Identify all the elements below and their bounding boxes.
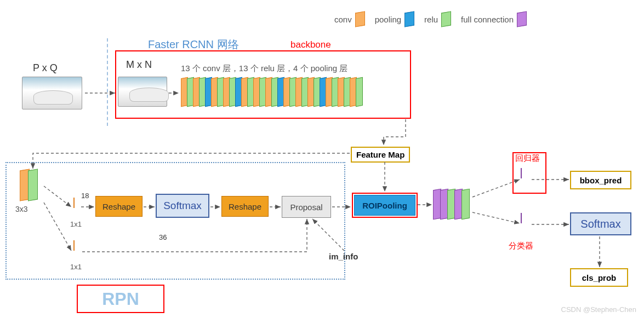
rpn-36-label: 36: [159, 233, 167, 241]
separator: [107, 38, 108, 126]
relu-icon: [441, 11, 451, 27]
fc-icon: [517, 11, 527, 27]
input-mn-label: M x N: [126, 59, 152, 71]
input-pq-label: P x Q: [33, 62, 58, 74]
cls-prob-node: cls_prob: [570, 268, 628, 287]
watermark: CSDN @Stephen-Chen: [561, 305, 636, 314]
legend-relu-label: relu: [424, 15, 438, 24]
rpn-1x1-reg-block: [73, 241, 75, 251]
bbox-pred-node: bbox_pred: [570, 171, 631, 189]
rpn-1x1-cls-label: 1x1: [70, 220, 82, 228]
im-info-label: im_info: [329, 252, 358, 261]
legend-fc-label: full connection: [461, 15, 514, 24]
rpn-label: RPN: [77, 285, 164, 313]
rpn-3x3-label: 3x3: [15, 205, 28, 213]
reshape2-node: Reshape: [221, 196, 269, 217]
rpn-box: [5, 162, 345, 280]
feature-map-node: Feature Map: [351, 147, 410, 163]
roipool-node: ROIPooling: [354, 195, 415, 216]
backbone-desc: 13 个 conv 层，13 个 relu 层，4 个 pooling 层: [181, 63, 347, 74]
diagram-title: Faster RCNN 网络: [148, 37, 239, 52]
backbone-label: backbone: [290, 39, 331, 50]
classifier-label: 分类器: [509, 241, 533, 251]
fc-stack: [433, 189, 469, 219]
rpn-1x1-cls-block: [73, 198, 75, 208]
reshape1-node: Reshape: [95, 196, 143, 217]
input-image-mn: [118, 77, 167, 107]
rpn-3x3-block: [20, 170, 36, 200]
head-softmax-node: Softmax: [570, 212, 631, 235]
backbone-layers: [181, 78, 362, 106]
pooling-icon: [404, 11, 414, 27]
regressor-fc: [521, 169, 522, 178]
rpn-1x1-reg-label: 1x1: [70, 263, 82, 271]
legend: conv pooling relu full connection: [334, 12, 527, 26]
legend-pool-label: pooling: [375, 15, 401, 24]
rpn-softmax-node: Softmax: [156, 194, 209, 218]
rpn-18-label: 18: [81, 192, 89, 200]
legend-conv-label: conv: [334, 15, 352, 24]
roipool-box: ROIPooling: [352, 193, 418, 218]
input-image-pq: [22, 77, 82, 109]
regressor-label: 回归器: [515, 153, 540, 164]
proposal-node: Proposal: [282, 196, 331, 218]
classifier-fc: [521, 213, 522, 223]
conv-icon: [355, 11, 365, 27]
